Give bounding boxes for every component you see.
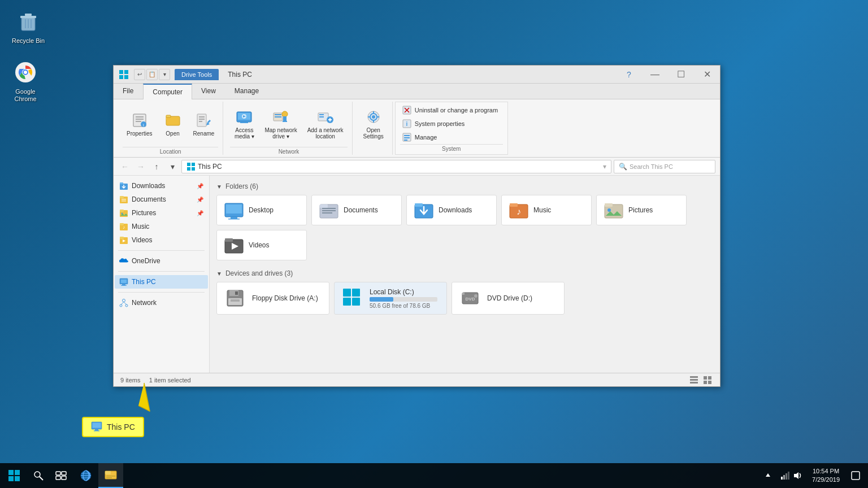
search-button[interactable] xyxy=(28,463,49,488)
open-settings-label: OpenSettings xyxy=(363,127,384,140)
svg-rect-93 xyxy=(320,204,328,208)
access-media-label: Accessmedia ▾ xyxy=(235,127,254,140)
close-button[interactable]: ✕ xyxy=(694,66,720,84)
open-settings-button[interactable]: OpenSettings xyxy=(359,105,388,142)
downloads-folder-icon xyxy=(119,181,128,190)
minimize-button[interactable]: — xyxy=(642,66,668,84)
devices-header[interactable]: ▼ Devices and drives (3) xyxy=(216,269,713,277)
system-group: Uninstall or change a program i System p… xyxy=(395,102,508,155)
qa-dropdown[interactable]: ▾ xyxy=(159,69,170,80)
start-button[interactable] xyxy=(0,463,28,488)
drive-bar-bg xyxy=(370,297,437,302)
qa-btn-1[interactable]: ↩ xyxy=(134,69,145,80)
svg-rect-116 xyxy=(352,298,360,306)
svg-marker-156 xyxy=(794,472,798,479)
svg-rect-36 xyxy=(283,116,287,121)
tray-chevron[interactable] xyxy=(760,463,776,488)
forward-button[interactable]: → xyxy=(134,160,147,173)
sidebar-item-downloads[interactable]: Downloads 📌 xyxy=(115,179,208,193)
floppy-icon xyxy=(224,287,246,310)
tab-manage[interactable]: Manage xyxy=(225,84,268,99)
sidebar-item-music[interactable]: ♪ Music xyxy=(115,220,208,233)
quick-access-toolbar: ↩ 📋 ▾ xyxy=(134,69,170,80)
network-icon xyxy=(119,298,128,307)
location-items: i Properties xyxy=(123,102,218,146)
clock[interactable]: 10:54 PM 7/29/2019 xyxy=(806,463,845,488)
open-settings-items: OpenSettings xyxy=(359,102,388,146)
svg-rect-132 xyxy=(8,470,14,475)
open-button[interactable]: Open xyxy=(159,108,187,140)
devices-section-title: Devices and drives (3) xyxy=(225,269,293,277)
folder-videos[interactable]: Videos xyxy=(216,230,307,260)
sidebar-item-onedrive[interactable]: OneDrive xyxy=(115,254,208,268)
svg-text:DVD: DVD xyxy=(466,297,475,302)
svg-rect-155 xyxy=(788,472,789,480)
tab-file[interactable]: File xyxy=(114,84,143,99)
svg-rect-65 xyxy=(120,182,123,184)
tray-icons[interactable] xyxy=(776,463,806,488)
system-properties-button[interactable]: i System properties xyxy=(400,118,503,129)
svg-rect-124 xyxy=(704,376,707,380)
properties-button[interactable]: i Properties xyxy=(123,108,157,140)
svg-rect-91 xyxy=(228,219,240,220)
svg-rect-26 xyxy=(199,121,202,122)
svg-rect-89 xyxy=(226,204,242,213)
folder-pictures[interactable]: Pictures xyxy=(596,195,687,225)
details-view-button[interactable] xyxy=(688,374,700,386)
drives-grid: Floppy Disk Drive (A:) xyxy=(216,282,713,315)
drive-floppy[interactable]: Floppy Disk Drive (A:) xyxy=(216,282,329,315)
status-right xyxy=(688,374,713,386)
svg-rect-82 xyxy=(121,285,127,286)
dvd-info: DVD Drive (D:) xyxy=(487,294,532,302)
tab-computer[interactable]: Computer xyxy=(143,84,192,99)
recycle-bin-icon[interactable]: Recycle Bin xyxy=(6,6,51,47)
svg-rect-60 xyxy=(187,163,190,166)
large-icons-view-button[interactable] xyxy=(702,374,713,386)
help-button[interactable]: ? xyxy=(616,66,642,84)
add-network-location-button[interactable]: Add a networklocation xyxy=(303,105,348,142)
documents-icon xyxy=(319,200,339,220)
maximize-button[interactable]: ☐ xyxy=(668,66,694,84)
notification-icon xyxy=(851,471,860,480)
svg-rect-154 xyxy=(785,473,787,480)
rename-button[interactable]: Rename xyxy=(189,108,219,140)
tab-view[interactable]: View xyxy=(192,84,225,99)
svg-rect-31 xyxy=(240,122,248,123)
manage-button[interactable]: Manage xyxy=(400,132,503,143)
recent-locations-button[interactable]: ▾ xyxy=(166,160,179,173)
folder-desktop[interactable]: Desktop xyxy=(216,195,307,225)
up-button[interactable]: ↑ xyxy=(150,160,163,173)
dvd-label: DVD Drive (D:) xyxy=(487,294,532,302)
uninstall-button[interactable]: Uninstall or change a program xyxy=(400,104,503,116)
search-bar[interactable]: 🔍 Search This PC xyxy=(614,160,715,173)
back-button[interactable]: ← xyxy=(118,160,132,173)
address-bar[interactable]: This PC ▾ xyxy=(181,160,611,173)
folder-documents[interactable]: Documents xyxy=(311,195,402,225)
folder-downloads[interactable]: Downloads xyxy=(406,195,497,225)
uninstall-label: Uninstall or change a program xyxy=(415,107,498,114)
sidebar-item-this-pc[interactable]: This PC xyxy=(115,275,208,289)
drive-dvd[interactable]: DVD DVD Drive (D:) xyxy=(452,282,565,315)
drive-tools-tab[interactable]: Drive Tools xyxy=(175,69,219,80)
recycle-bin-label: Recycle Bin xyxy=(12,37,45,45)
folder-music[interactable]: ♪ Music xyxy=(501,195,592,225)
task-view-button[interactable] xyxy=(49,463,73,488)
svg-rect-135 xyxy=(15,476,20,481)
address-path: This PC xyxy=(198,163,222,171)
svg-rect-1 xyxy=(20,16,36,18)
drive-local-c[interactable]: Local Disk (C:) 50.6 GB free of 78.6 GB xyxy=(334,282,447,315)
map-network-drive-button[interactable]: Map networkdrive ▾ xyxy=(261,105,301,142)
qa-btn-2[interactable]: 📋 xyxy=(146,69,158,80)
sidebar-item-documents[interactable]: Documents 📌 xyxy=(115,193,208,206)
access-media-button[interactable]: Accessmedia ▾ xyxy=(230,105,258,142)
ribbon-content: i Properties xyxy=(114,99,720,157)
sidebar-item-pictures[interactable]: Pictures 📌 xyxy=(115,206,208,220)
explorer-taskbar-button[interactable] xyxy=(98,463,123,488)
chrome-icon[interactable]: Google Chrome xyxy=(3,56,48,105)
sidebar-item-videos[interactable]: Videos xyxy=(115,233,208,247)
notification-button[interactable] xyxy=(845,463,866,488)
ie-taskbar-button[interactable] xyxy=(73,463,98,488)
sidebar-item-network[interactable]: Network xyxy=(115,296,208,310)
svg-rect-57 xyxy=(404,135,410,136)
folders-header[interactable]: ▼ Folders (6) xyxy=(216,182,713,190)
